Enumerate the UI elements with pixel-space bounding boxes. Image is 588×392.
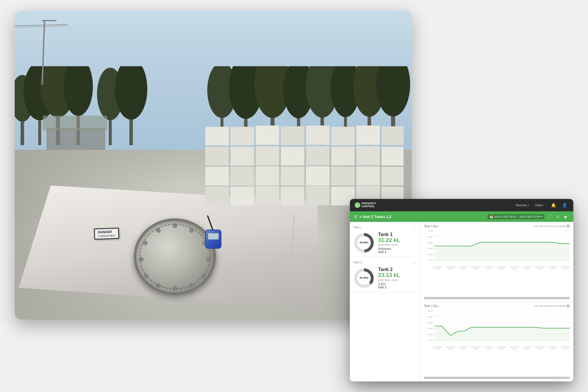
- svg-rect-52: [255, 146, 279, 165]
- svg-marker-104: [434, 326, 570, 341]
- tank1-donut: 49.08%: [353, 232, 375, 253]
- chart2-area: 60.00 50.00 40.00 30.00 20.00 10.00: [424, 309, 570, 376]
- app-ui: PROSPECT CONTROL Devices ▾ Data ▾ 🔔 👤 ☰ …: [350, 199, 573, 381]
- refresh-button[interactable]: ↻: [554, 213, 561, 220]
- tank2-label: Tank 2: [353, 261, 362, 264]
- svg-rect-50: [205, 147, 229, 166]
- chart2-section: Tank 2 (kL) This data has been resampled…: [420, 302, 573, 382]
- chart2-scrollbar[interactable]: [424, 377, 570, 379]
- svg-line-29: [15, 26, 68, 27]
- svg-text:50.00: 50.00: [428, 316, 433, 318]
- svg-point-30: [173, 223, 177, 228]
- danger-sign: DANGERCOMBUSTIBLE: [94, 228, 119, 240]
- svg-text:60.00: 60.00: [428, 230, 433, 232]
- chart1-scrollbar-thumb: [424, 297, 570, 299]
- titlebar-actions: 📅 Jun 02 2022 16:51 – Jul 02 2022 23:59 …: [487, 213, 569, 220]
- main-scene: DANGERCOMBUSTIBLE: [15, 11, 573, 381]
- svg-rect-42: [205, 127, 229, 146]
- tank1-header: Tank 1 ⋮: [353, 225, 417, 230]
- chart2-x-axis: Jun 03 202200:00 Jun 06 202200:00 Jun 09…: [424, 346, 570, 350]
- svg-point-37: [156, 283, 161, 288]
- tank2-timestamp: 02/07/2022 16:25: [378, 279, 417, 282]
- svg-point-36: [173, 286, 177, 290]
- svg-point-35: [189, 283, 194, 288]
- svg-rect-62: [306, 166, 330, 185]
- titlebar-menu-icon[interactable]: ☰: [354, 215, 358, 219]
- chart2-svg: 60.00 50.00 40.00 30.00 20.00 10.00: [424, 309, 570, 344]
- building-roof: [43, 116, 107, 130]
- svg-rect-57: [381, 147, 404, 166]
- chart2-resampled-text: This data has been resampled: [534, 305, 565, 307]
- svg-rect-65: [381, 167, 404, 185]
- page-title: ≡ Unit 2 Tanks 1,2: [359, 215, 487, 219]
- svg-text:40.00: 40.00: [428, 322, 433, 324]
- svg-text:10.00: 10.00: [428, 259, 433, 261]
- svg-point-34: [202, 274, 206, 278]
- svg-text:10.00: 10.00: [428, 339, 433, 341]
- chart1-area: 60.00 50.00 40.00 30.00 20.00 10.00: [424, 229, 570, 296]
- chart2-scrollbar-thumb: [424, 377, 570, 379]
- svg-point-40: [143, 241, 147, 245]
- chart2-info-icon[interactable]: i: [566, 304, 570, 308]
- tank1-unit: Unit 2: [378, 250, 417, 254]
- svg-rect-51: [230, 147, 254, 166]
- tank2-unit: Unit 2: [378, 286, 417, 289]
- chart1-header: Tank 1 (kL) This data has been resampled…: [424, 224, 570, 228]
- svg-rect-49: [381, 126, 404, 145]
- nav-icons: 🔔 👤: [549, 201, 569, 209]
- tank1-details: Tank 1 31.22 kL 02/07/2022 16:25 Solvess…: [378, 232, 417, 254]
- chart2-title: Tank 2 (kL): [424, 304, 438, 308]
- chart1-title: Tank 1 (kL): [424, 225, 438, 228]
- tank2-info: 36.36% Tank 2 23.13 kL 02/07/2022 16:25 …: [353, 267, 417, 289]
- logo-line2: CONTROL: [362, 205, 376, 208]
- svg-rect-59: [230, 167, 254, 185]
- power-lines-svg: [15, 20, 213, 113]
- svg-rect-70: [306, 186, 330, 205]
- logo-icon: [355, 202, 360, 208]
- app-logo: PROSPECT CONTROL: [355, 202, 376, 208]
- tank1-name: Tank 1: [378, 232, 417, 237]
- chart1-resampled: This data has been resampled i: [534, 224, 570, 228]
- svg-rect-44: [255, 126, 279, 145]
- svg-point-38: [144, 274, 148, 278]
- nav-devices[interactable]: Devices ▾: [513, 199, 532, 211]
- chart1-resampled-text: This data has been resampled: [534, 225, 565, 227]
- logo-svg: [355, 203, 360, 207]
- tank1-options-button[interactable]: ⋮: [412, 225, 417, 230]
- nav-devices-chevron: ▾: [528, 204, 529, 207]
- tank2-name: Tank 2: [378, 267, 417, 272]
- nav-data[interactable]: Data ▾: [532, 199, 547, 211]
- tank2-options-button[interactable]: ⋮: [412, 260, 417, 265]
- svg-rect-58: [205, 167, 229, 185]
- user-button[interactable]: 👤: [560, 201, 569, 209]
- svg-marker-91: [434, 242, 570, 261]
- svg-point-41: [156, 228, 161, 232]
- svg-text:30.00: 30.00: [428, 328, 433, 330]
- svg-text:20.00: 20.00: [428, 253, 433, 255]
- svg-rect-56: [356, 146, 380, 165]
- chart1-scrollbar[interactable]: [424, 297, 570, 299]
- notification-button[interactable]: 🔔: [549, 201, 557, 209]
- chart1-section: Tank 1 (kL) This data has been resampled…: [420, 222, 573, 302]
- svg-text:50.00: 50.00: [428, 236, 433, 238]
- expand-button[interactable]: ⛶: [546, 213, 553, 220]
- svg-rect-61: [281, 167, 305, 185]
- chart2-resampled: This data has been resampled i: [534, 304, 570, 308]
- chart2-header: Tank 2 (kL) This data has been resampled…: [424, 304, 570, 308]
- sensor-display: [208, 233, 219, 240]
- date-range-badge[interactable]: 📅 Jun 02 2022 16:51 – Jul 02 2022 23:59 …: [487, 214, 544, 219]
- svg-text:60.00: 60.00: [428, 310, 433, 312]
- tank2-material: 2-EH: [378, 282, 417, 286]
- svg-text:40.00: 40.00: [428, 242, 433, 244]
- play-button[interactable]: ▶: [563, 213, 569, 220]
- svg-text:20.00: 20.00: [428, 333, 433, 335]
- svg-rect-54: [306, 146, 330, 165]
- chart1-info-icon[interactable]: i: [566, 224, 570, 228]
- svg-rect-47: [331, 127, 355, 146]
- svg-point-39: [139, 257, 143, 262]
- bolts-svg: [136, 221, 214, 293]
- svg-rect-48: [356, 126, 380, 145]
- svg-rect-69: [281, 187, 305, 205]
- tank-lid: [134, 218, 216, 295]
- svg-rect-45: [281, 126, 305, 145]
